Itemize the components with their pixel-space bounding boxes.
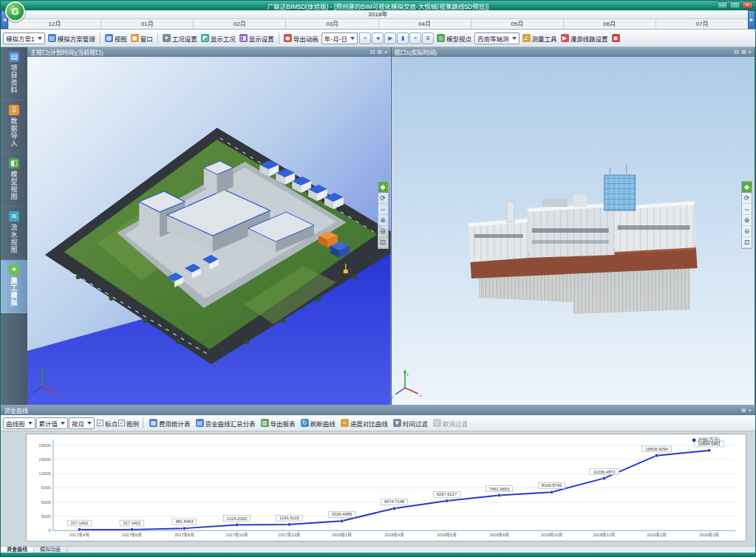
viewport-control-button[interactable]: ⊞ [377, 49, 382, 56]
fund-curve-button-export-report[interactable]: ▥ 导出报表 [259, 418, 298, 428]
viewport-nav-toolbar: ◆⟳⇔⊕⊖⊡ [741, 181, 752, 249]
bottom-frame-bar [1, 553, 755, 557]
svg-text:217.1402: 217.1402 [70, 521, 88, 525]
chart-option-checkbox[interactable]: 标点 [97, 419, 118, 428]
sidebar-item-label: 项目资料 [10, 64, 19, 94]
toolbar-button-scheme-manage[interactable]: ▤ 模拟方案管理 [47, 33, 97, 44]
app-logo-icon: G [5, 1, 25, 21]
toolbar-button-roam-record[interactable]: ◉ [610, 33, 623, 43]
toolbar-button-icon: ◩ [201, 34, 209, 42]
viewport-tool-view-cube[interactable]: ◆ [378, 182, 388, 193]
fund-curve-button-cancel-filter[interactable]: ▽ 取消过滤 [431, 418, 470, 428]
fund-curve-chart[interactable]: 03000600090001200015000180002017年4月2017年… [27, 434, 746, 541]
playback-button-play[interactable]: ▶ [384, 33, 396, 44]
toolbar-button-display-settings[interactable]: ◨ 显示设置 [238, 33, 276, 44]
svg-text:z: z [406, 372, 408, 377]
svg-text:2017年8月: 2017年8月 [174, 532, 194, 538]
toolbar-group-measure-roam: ∠ 测量工具 ▶ 漫游线路设置 ◉ [521, 33, 623, 44]
viewport-3d-canvas-plan[interactable]: z x y ◆⟳⇔⊕⊖⊡ [27, 57, 391, 405]
toolbar-button-model-viewpoint[interactable]: ◎ 模型视点 [435, 33, 473, 44]
playback-button-to-start[interactable]: « [359, 33, 371, 44]
fund-curve-button-cost-statistics[interactable]: ▦ 费用统计表 [147, 418, 193, 428]
excavator-marker [344, 270, 348, 273]
timeline-scroll-right-button[interactable]: ► [748, 10, 755, 29]
toolbar-button-icon: ◎ [437, 34, 445, 42]
viewport-tool-zoom-out[interactable]: ⊖ [378, 226, 388, 237]
viewport-tool-pan[interactable]: ⇔ [378, 204, 388, 215]
playback-button-frame-list[interactable]: ≣ [422, 33, 434, 44]
fund-curve-button-label: 进度对比曲线 [350, 419, 388, 428]
viewport-tool-zoom-fit[interactable]: ⊡ [378, 237, 388, 248]
toolbar-button-window[interactable]: ▣ 窗口 [129, 33, 154, 44]
site-overview-3d-scene[interactable]: z x y [27, 57, 391, 405]
playback-button-step-back[interactable]: ◄ [372, 33, 384, 44]
toolbar-button-show-work-condition[interactable]: ◩ 显示工况 [200, 33, 237, 44]
fund-curve-select-chart-type[interactable]: 曲线图 [3, 417, 35, 429]
fund-curve-select-period[interactable]: 按月 [69, 417, 95, 429]
svg-text:2017年10月: 2017年10月 [226, 532, 248, 538]
toolbar-button-measure-tools[interactable]: ∠ 测量工具 [521, 33, 559, 44]
view-angle-select[interactable]: 西南等轴测 [474, 33, 520, 44]
svg-text:9000: 9000 [41, 485, 52, 490]
status-tab[interactable]: 资金曲线 [1, 547, 34, 553]
viewport-control-button[interactable]: ⊟ [734, 49, 739, 56]
simulation-scheme-select[interactable]: 模拟方案1 [3, 33, 45, 44]
toolbar-button-export-animation[interactable]: ◉ 导出动画 [282, 33, 320, 44]
viewport-3d-canvas-actual[interactable]: z x y ◆⟳⇔⊕⊖⊡ [392, 57, 755, 405]
toolbar-button-label: 视图 [115, 34, 127, 43]
viewport-tool-zoom-fit[interactable]: ⊡ [742, 237, 752, 248]
viewport-header[interactable]: 视口1(实际时间) ⊟⊞× [392, 47, 755, 57]
toolbar-button-view[interactable]: ▦ 视图 [103, 33, 129, 44]
viewport-tool-zoom-in[interactable]: ⊕ [378, 215, 388, 226]
toolbar-group-export: ◉ 导出动画 [282, 33, 320, 44]
viewport-tool-zoom-in[interactable]: ⊕ [742, 215, 752, 226]
structure-model-3d-scene[interactable]: z x y [392, 57, 755, 405]
sidebar-item-flow-view[interactable]: ≋ 流水视图 [1, 207, 27, 260]
status-tab[interactable]: 模拟动画 [34, 547, 67, 553]
viewport-actual: 视口1(实际时间) ⊟⊞× [392, 47, 756, 405]
fund-curve-select-value-type[interactable]: 累计值 [36, 417, 69, 429]
viewport-tool-orbit[interactable]: ⟳ [742, 193, 752, 204]
toolbar-button-icon: ▦ [105, 34, 113, 42]
viewport-tool-pan[interactable]: ⇔ [742, 204, 752, 215]
playback-button-pause[interactable]: ▮ [397, 33, 409, 44]
viewport-header[interactable]: 主视口(计划时间)(当前视口) ⊟⊞× [27, 47, 391, 57]
viewport-tool-zoom-out[interactable]: ⊖ [742, 226, 752, 237]
toolbar-button-work-condition[interactable]: ✦ 工况设置 [161, 33, 199, 44]
title-bar: 广联达BIM5D(体验版) - [预创建的BIM可视化模拟交底-大悦城(视景路线… [1, 1, 755, 10]
toolbar-separator [100, 33, 101, 44]
time-unit-select[interactable]: 年-月-日 [321, 33, 358, 44]
toolbar-button-roam-route-settings[interactable]: ▶ 漫游线路设置 [559, 33, 610, 44]
svg-text:1224.2323: 1224.2323 [227, 516, 247, 521]
timeline-month-label: 07月 [655, 19, 748, 29]
timeline-ruler[interactable]: ◄ 2018年 12月01月02月03月04月05月06月07月 ► [1, 10, 755, 30]
maximize-button[interactable]: □ [729, 1, 740, 9]
sidebar-item-icon: ◧ [9, 158, 19, 168]
fund-curve-button-progress-compare-curve[interactable]: ≈ 进度对比曲线 [338, 418, 390, 428]
sidebar-item-data-import[interactable]: ⇩ 数据导入 [1, 100, 27, 154]
minimize-button[interactable]: — [717, 1, 728, 9]
chart-option-checkbox[interactable]: 图例 [118, 419, 139, 428]
svg-text:11036.4872: 11036.4872 [593, 470, 615, 474]
svg-text:2018年8月: 2018年8月 [489, 532, 509, 538]
viewport-tool-view-cube[interactable]: ◆ [742, 182, 752, 193]
svg-text:1291.5115: 1291.5115 [279, 516, 299, 520]
viewport-tool-orbit[interactable]: ⟳ [378, 193, 388, 204]
fund-curve-button-time-filter[interactable]: ▼ 时间过滤 [391, 418, 430, 428]
fund-curve-selects: 曲线图 累计值 按月 [3, 417, 95, 429]
sidebar-item-project-info[interactable]: ▤ 项目资料 [1, 47, 27, 100]
fund-curve-panel-header[interactable]: 资金曲线 ⊞× [1, 406, 755, 415]
fund-curve-button-fund-curve-summary[interactable]: ▤ 资金曲线汇总分表 [194, 418, 258, 428]
playback-button-to-end[interactable]: » [409, 33, 421, 44]
close-button[interactable]: × [742, 1, 753, 9]
panel-control-button[interactable]: × [748, 407, 752, 414]
viewport-control-button[interactable]: × [748, 49, 752, 56]
sidebar-item-construction-simulation[interactable]: ✦ 施工模拟 [1, 260, 27, 313]
chevron-down-icon [87, 422, 92, 425]
viewport-control-button[interactable]: × [384, 49, 388, 56]
sidebar-item-model-view[interactable]: ◧ 模型视图 [1, 154, 27, 207]
fund-curve-button-refresh-curve[interactable]: ↻ 刷新曲线 [299, 418, 338, 428]
viewport-control-button[interactable]: ⊟ [370, 49, 375, 56]
viewport-control-button[interactable]: ⊞ [741, 49, 746, 56]
panel-control-button[interactable]: ⊞ [741, 407, 746, 414]
